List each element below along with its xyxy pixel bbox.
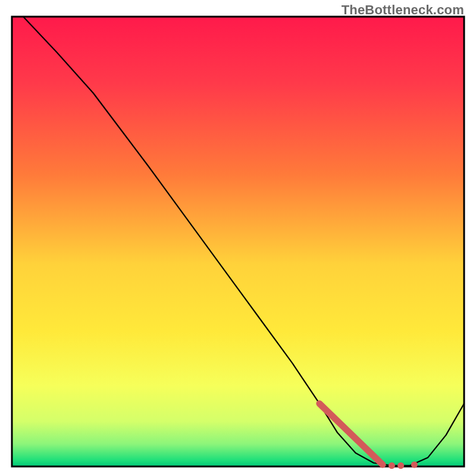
bottleneck-chart: TheBottleneck.com: [0, 0, 476, 476]
highlight-dot-2: [411, 462, 418, 468]
chart-canvas: [0, 0, 476, 476]
gradient-background: [12, 17, 464, 466]
highlight-dot-0: [389, 462, 395, 469]
watermark-label: TheBottleneck.com: [342, 2, 464, 18]
highlight-dot-1: [397, 462, 404, 469]
